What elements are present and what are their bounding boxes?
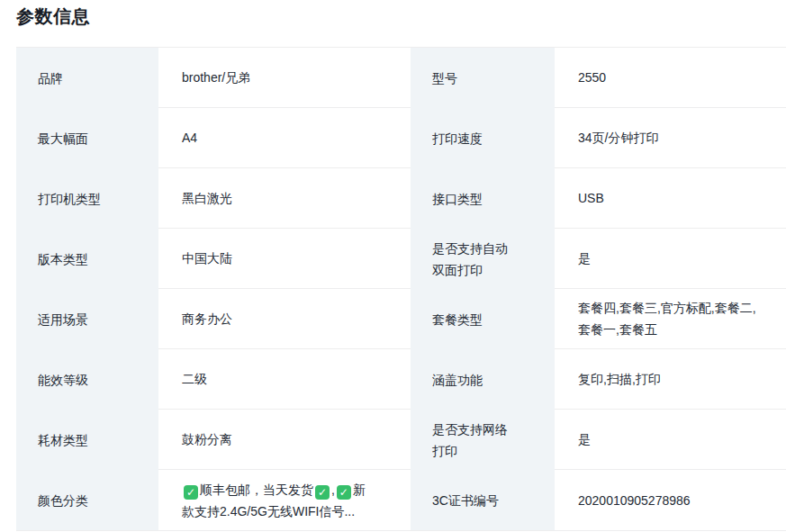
param-value-brand: brother/兄弟 [158, 48, 411, 108]
param-label-consumable-type: 耗材类型 [16, 410, 158, 470]
check-emoji: ✓ [337, 485, 351, 500]
param-value-network-print: 是 [555, 410, 786, 470]
param-value-energy-rating: 二级 [158, 349, 411, 410]
param-label-brand: 品牌 [16, 48, 158, 108]
param-label-package-type: 套餐类型 [411, 289, 555, 349]
check-emoji: ✓ [315, 485, 330, 500]
spec-table: 品牌 brother/兄弟 型号 2550 最大幅面 A4 打印速度 34页/分… [16, 47, 786, 531]
param-value-auto-duplex: 是 [555, 229, 786, 289]
param-label-model: 型号 [411, 48, 555, 108]
param-label-color-class: 颜色分类 [16, 470, 158, 530]
param-value-package-type: 套餐四,套餐三,官方标配,套餐二, 套餐一,套餐五 [555, 289, 786, 349]
param-label-network-print: 是否支持网络 打印 [411, 410, 555, 470]
param-value-max-size: A4 [158, 108, 411, 168]
param-value-printer-type: 黑白激光 [158, 168, 411, 229]
param-value-scenario: 商务办公 [158, 289, 411, 349]
page-title: 参数信息 [16, 5, 90, 28]
param-label-auto-duplex: 是否支持自动 双面打印 [411, 229, 555, 289]
param-label-version: 版本类型 [16, 229, 158, 289]
param-value-functions: 复印,扫描,打印 [555, 349, 786, 410]
param-value-3c-cert: 2020010905278986 [555, 470, 786, 530]
param-value-consumable-type: 鼓粉分离 [158, 410, 411, 470]
param-label-max-size: 最大幅面 [16, 108, 158, 168]
param-label-functions: 涵盖功能 [411, 349, 555, 410]
param-label-3c-cert: 3C证书编号 [411, 470, 555, 530]
check-emoji: ✓ [184, 485, 198, 500]
param-value-model: 2550 [555, 48, 786, 108]
param-label-scenario: 适用场景 [16, 289, 158, 349]
param-label-energy-rating: 能效等级 [16, 349, 158, 410]
param-label-print-speed: 打印速度 [411, 108, 555, 168]
param-value-print-speed: 34页/分钟打印 [555, 108, 786, 168]
param-label-interface: 接口类型 [411, 168, 555, 229]
param-value-color-class: ✓顺丰包邮，当天发货✓,✓新 款支持2.4G/5G无线WIFI信号... [158, 470, 411, 530]
param-label-printer-type: 打印机类型 [16, 168, 158, 229]
param-value-interface: USB [555, 168, 786, 229]
param-value-version: 中国大陆 [158, 229, 411, 289]
